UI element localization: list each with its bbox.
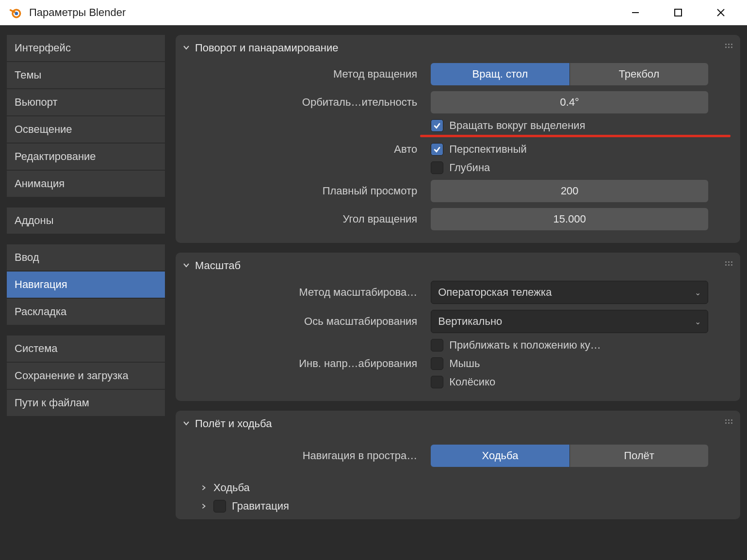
blender-logo-icon bbox=[9, 6, 22, 19]
sidebar-item[interactable]: Ввод bbox=[7, 244, 165, 271]
sidebar-item[interactable]: Аддоны bbox=[7, 208, 165, 234]
panel-header-orbit[interactable]: Поворот и панарамирование bbox=[176, 37, 740, 59]
chevron-down-icon bbox=[181, 259, 191, 272]
orbit-sensitivity-label: Орбиталь…ительность bbox=[176, 96, 431, 109]
checkbox-icon bbox=[431, 161, 443, 174]
segment-option[interactable]: Вращ. стол bbox=[431, 63, 569, 85]
chevron-right-icon bbox=[200, 500, 208, 512]
panel-fly-walk: Полёт и ходьба Навигация в простра… Ходь… bbox=[176, 411, 740, 519]
sidebar-item[interactable]: Сохранение и загрузка bbox=[7, 363, 165, 389]
orbit-around-selection-label: Вращать вокруг выделения bbox=[449, 119, 585, 132]
window-close-button[interactable] bbox=[699, 1, 742, 24]
rotation-angle-field[interactable]: 15.000 bbox=[431, 208, 708, 230]
panel-drag-grip[interactable] bbox=[725, 44, 732, 48]
smooth-view-field[interactable]: 200 bbox=[431, 180, 708, 202]
segment-option[interactable]: Трекбол bbox=[569, 63, 709, 85]
preferences-sidebar: ИнтерфейсТемыВьюпортОсвещениеРедактирова… bbox=[0, 35, 166, 560]
annotation-underline bbox=[420, 135, 731, 137]
chevron-down-icon: ⌄ bbox=[695, 317, 701, 326]
panel-drag-grip[interactable] bbox=[725, 419, 732, 424]
zoom-method-label: Метод масштабирова… bbox=[176, 286, 431, 299]
zoom-to-mouse-checkbox[interactable]: Приближать к положению ку… bbox=[431, 339, 708, 352]
sidebar-item[interactable]: Редактирование bbox=[7, 144, 165, 170]
zoom-to-mouse-label: Приближать к положению ку… bbox=[449, 339, 601, 352]
chevron-down-icon: ⌄ bbox=[695, 288, 701, 297]
segment-option[interactable]: Ходьба bbox=[431, 445, 569, 467]
chevron-down-icon bbox=[181, 42, 191, 54]
checkbox-icon bbox=[431, 143, 443, 156]
auto-depth-checkbox[interactable]: Глубина bbox=[431, 161, 708, 174]
svg-rect-3 bbox=[675, 9, 682, 16]
sidebar-item[interactable]: Пути к файлам bbox=[7, 390, 165, 416]
subpanel-walk-label: Ходьба bbox=[213, 481, 250, 494]
sidebar-item[interactable]: Система bbox=[7, 336, 165, 362]
orbit-method-label: Метод вращения bbox=[176, 68, 431, 80]
checkbox-icon bbox=[431, 339, 443, 352]
zoom-method-value: Операторская тележка bbox=[438, 286, 552, 299]
preferences-main: Поворот и панарамирование Метод вращения… bbox=[166, 35, 747, 560]
zoom-method-select[interactable]: Операторская тележка ⌄ bbox=[431, 281, 708, 304]
auto-perspective-checkbox[interactable]: Перспективный bbox=[431, 143, 708, 156]
invert-wheel-label: Колёсико bbox=[449, 376, 495, 388]
chevron-down-icon bbox=[181, 417, 191, 430]
subpanel-walk-toggle[interactable]: Ходьба bbox=[176, 479, 740, 497]
sidebar-item[interactable]: Вьюпорт bbox=[7, 89, 165, 115]
panel-header-flywalk[interactable]: Полёт и ходьба bbox=[176, 413, 740, 435]
sidebar-item[interactable]: Интерфейс bbox=[7, 35, 165, 61]
navigation-mode-label: Навигация в простра… bbox=[176, 449, 431, 462]
orbit-method-toggle[interactable]: Вращ. столТрекбол bbox=[431, 63, 708, 85]
panel-title: Поворот и панарамирование bbox=[195, 42, 339, 54]
zoom-axis-select[interactable]: Вертикально ⌄ bbox=[431, 310, 708, 333]
panel-zoom: Масштаб Метод масштабирова… Операторская… bbox=[176, 253, 740, 401]
auto-depth-label: Глубина bbox=[449, 161, 490, 174]
smooth-view-label: Плавный просмотр bbox=[176, 185, 431, 197]
checkbox-icon bbox=[431, 376, 443, 388]
window-title: Параметры Blender bbox=[29, 6, 126, 19]
chevron-right-icon bbox=[200, 481, 208, 494]
panel-title: Полёт и ходьба bbox=[195, 417, 272, 430]
window-minimize-button[interactable] bbox=[614, 1, 657, 24]
panel-header-zoom[interactable]: Масштаб bbox=[176, 255, 740, 277]
titlebar: Параметры Blender bbox=[0, 0, 747, 25]
checkbox-icon bbox=[431, 119, 443, 132]
segment-option[interactable]: Полёт bbox=[569, 445, 709, 467]
zoom-axis-label: Ось масштабирования bbox=[176, 315, 431, 328]
panel-title: Масштаб bbox=[195, 259, 241, 272]
sidebar-item[interactable]: Раскладка bbox=[7, 299, 165, 325]
panel-drag-grip[interactable] bbox=[725, 261, 732, 266]
sidebar-item[interactable]: Темы bbox=[7, 62, 165, 88]
sidebar-item[interactable]: Анимация bbox=[7, 171, 165, 197]
gravity-enable-checkbox[interactable] bbox=[213, 500, 226, 512]
subpanel-gravity-toggle[interactable]: Гравитация bbox=[176, 497, 740, 515]
invert-mouse-checkbox[interactable]: Мышь bbox=[431, 357, 708, 370]
navigation-mode-toggle[interactable]: ХодьбаПолёт bbox=[431, 445, 708, 467]
auto-perspective-label: Перспективный bbox=[449, 143, 527, 156]
sidebar-item[interactable]: Освещение bbox=[7, 116, 165, 143]
checkbox-icon bbox=[431, 357, 443, 370]
zoom-axis-value: Вертикально bbox=[438, 315, 502, 328]
sidebar-item[interactable]: Навигация bbox=[7, 272, 165, 298]
orbit-sensitivity-field[interactable]: 0.4° bbox=[431, 91, 708, 113]
invert-zoom-label: Инв. напр…абирования bbox=[176, 357, 431, 370]
invert-mouse-label: Мышь bbox=[449, 357, 480, 370]
subpanel-gravity-label: Гравитация bbox=[232, 500, 289, 512]
window-maximize-button[interactable] bbox=[657, 1, 699, 24]
rotation-angle-label: Угол вращения bbox=[176, 213, 431, 225]
orbit-around-selection-checkbox[interactable]: Вращать вокруг выделения bbox=[431, 119, 708, 132]
panel-orbit-pan: Поворот и панарамирование Метод вращения… bbox=[176, 35, 740, 243]
auto-label: Авто bbox=[176, 143, 431, 156]
invert-wheel-checkbox[interactable]: Колёсико bbox=[431, 376, 708, 388]
